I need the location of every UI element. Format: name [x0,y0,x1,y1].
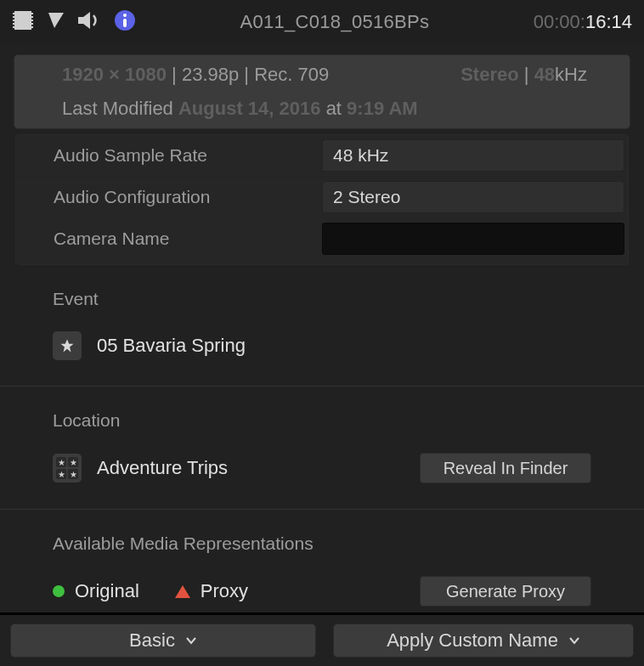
event-row: 05 Bavaria Spring [53,331,246,360]
svg-rect-7 [13,26,14,28]
info-tab-icon[interactable] [114,9,136,36]
media-title: Available Media Representations [53,533,591,554]
svg-rect-9 [31,16,33,18]
location-title: Location [53,410,591,431]
chevron-down-icon [568,636,580,645]
svg-rect-3 [13,13,14,14]
original-label: Original [75,580,139,602]
chevron-down-icon [185,636,197,645]
metadata-view-label: Basic [129,629,175,652]
label-audio-config: Audio Configuration [16,177,322,217]
section-location: Location ★★★★ Adventure Trips Reveal In … [0,387,644,510]
event-title: Event [53,289,591,309]
metadata-view-dropdown[interactable]: Basic [10,624,316,658]
svg-rect-11 [31,23,33,25]
label-audio-sample-rate: Audio Sample Rate [16,135,322,176]
inspector-bottombar: Basic Apply Custom Name [0,612,644,666]
timecode-bright: 16:14 [585,11,632,32]
section-event: Event 05 Bavaria Spring [0,265,644,387]
value-audio-config[interactable]: 2 Stereo [322,181,624,213]
proxy-label: Proxy [201,580,248,602]
svg-point-16 [123,14,127,17]
media-status-line: Original Proxy [53,580,248,602]
svg-rect-0 [12,11,34,30]
svg-marker-14 [78,12,90,29]
svg-rect-17 [123,19,127,27]
svg-rect-10 [31,20,33,21]
svg-rect-5 [13,20,14,21]
clip-name: A011_C018_0516BPs [136,11,534,33]
property-list: Audio Sample Rate 48 kHz Audio Configura… [15,134,629,265]
event-name: 05 Bavaria Spring [97,335,246,357]
summary-audio-right: Stereo | 48kHz [460,64,587,86]
summary-modified: Last Modified August 14, 2016 at 9:19 AM [62,98,418,120]
inspector-topbar: A011_C018_0516BPs 00:00:16:14 [0,0,644,44]
svg-marker-13 [48,13,64,28]
summary-framerate: 23.98p [182,64,239,85]
svg-rect-12 [31,26,33,28]
row-camera-name: Camera Name [16,218,628,259]
apply-custom-name-dropdown[interactable]: Apply Custom Name [333,624,634,658]
summary-colorspace: Rec. 709 [254,64,329,85]
svg-rect-8 [31,13,33,14]
summary-audio-rate: 48 [534,64,555,85]
library-icon: ★★★★ [53,454,82,483]
generate-proxy-button[interactable]: Generate Proxy [420,576,591,607]
event-star-icon [53,331,82,360]
svg-rect-6 [13,23,14,25]
location-row: ★★★★ Adventure Trips [53,454,228,483]
topbar-icon-group [12,9,136,36]
location-name: Adventure Trips [97,457,228,479]
apply-custom-name-label: Apply Custom Name [387,629,558,652]
summary-format-left: 1920 × 1080 | 23.98p | Rec. 709 [62,64,329,86]
input-camera-name[interactable] [322,223,624,255]
summary-audio-unit: kHz [555,64,587,85]
original-status-icon [53,585,65,597]
summary-format-row: 1920 × 1080 | 23.98p | Rec. 709 Stereo |… [14,55,630,94]
timecode-display: 00:00:16:14 [534,11,632,33]
svg-rect-4 [13,16,14,18]
row-audio-config: Audio Configuration 2 Stereo [16,177,628,218]
proxy-status-icon [175,585,190,598]
timecode-dim: 00:00: [534,11,585,32]
summary-modified-row: Last Modified August 14, 2016 at 9:19 AM [14,94,630,128]
label-camera-name: Camera Name [16,218,322,259]
clip-summary-box: 1920 × 1080 | 23.98p | Rec. 709 Stereo |… [14,54,630,129]
summary-resolution: 1920 × 1080 [62,64,167,85]
color-tab-icon[interactable] [46,10,66,35]
row-audio-sample-rate: Audio Sample Rate 48 kHz [16,135,628,177]
video-tab-icon[interactable] [12,11,34,34]
svg-marker-18 [61,340,74,353]
summary-audio-mode: Stereo [460,64,518,85]
value-audio-sample-rate[interactable]: 48 kHz [322,139,624,172]
reveal-in-finder-button[interactable]: Reveal In Finder [420,453,591,483]
audio-tab-icon[interactable] [78,10,102,35]
